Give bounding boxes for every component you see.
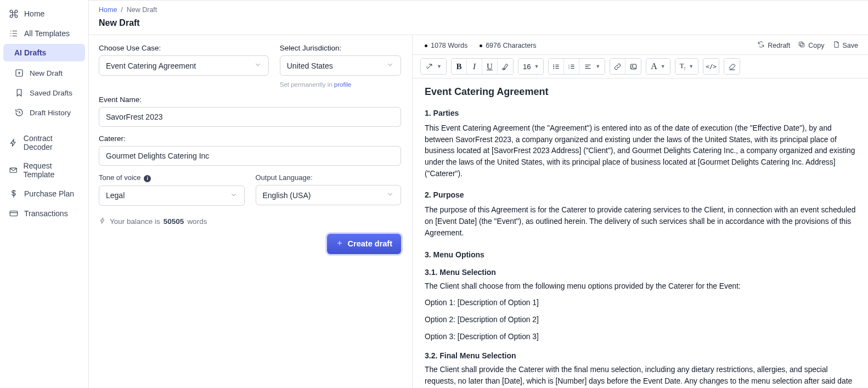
jurisdiction-value: United States bbox=[287, 61, 333, 70]
font-size-select[interactable]: 16▼ bbox=[518, 59, 543, 74]
eraser-button[interactable] bbox=[724, 59, 740, 74]
svg-rect-2 bbox=[10, 211, 18, 216]
sidebar-label: Draft History bbox=[30, 109, 71, 117]
card-icon bbox=[9, 209, 19, 218]
chevron-down-icon bbox=[386, 61, 394, 70]
jurisdiction-hint: Set permanently in profile bbox=[280, 81, 401, 88]
profile-link[interactable]: profile bbox=[334, 81, 351, 88]
sidebar-label: AI Drafts bbox=[14, 48, 46, 57]
copy-button[interactable]: Copy bbox=[798, 41, 824, 50]
code-button[interactable]: </> bbox=[703, 59, 719, 74]
sidebar: Home All Templates AI Drafts New Draft S… bbox=[0, 0, 89, 388]
breadcrumb: Home / New Draft bbox=[89, 1, 868, 17]
caterer-input[interactable]: Gourmet Delights Catering Inc bbox=[99, 146, 401, 166]
sidebar-label: New Draft bbox=[30, 69, 63, 77]
doc-heading: 2. Purpose bbox=[425, 190, 856, 199]
plus-square-icon bbox=[14, 68, 24, 78]
event-name-input[interactable]: SavorFrest 2023 bbox=[99, 107, 401, 127]
link-button[interactable] bbox=[610, 59, 625, 74]
doc-paragraph: This Event Catering Agreement (the "Agre… bbox=[425, 123, 856, 179]
sidebar-item-new-draft[interactable]: New Draft bbox=[9, 64, 85, 82]
svg-point-5 bbox=[554, 64, 555, 65]
tone-label: Tone of voice i bbox=[99, 173, 245, 182]
sidebar-item-purchase-plan[interactable]: Purchase Plan bbox=[3, 184, 85, 203]
sidebar-item-saved-drafts[interactable]: Saved Drafts bbox=[9, 83, 85, 102]
history-icon bbox=[14, 108, 24, 117]
doc-title: Event Catering Agreement bbox=[425, 86, 856, 98]
svg-point-6 bbox=[554, 66, 555, 67]
save-icon bbox=[832, 41, 840, 50]
sidebar-item-draft-history[interactable]: Draft History bbox=[9, 103, 85, 122]
doc-paragraph: The purpose of this Agreement is for the… bbox=[425, 205, 856, 239]
sidebar-subgroup: New Draft Saved Drafts Draft History bbox=[3, 64, 85, 122]
sidebar-item-home[interactable]: Home bbox=[3, 4, 85, 23]
jurisdiction-label: Select Jurisdiction: bbox=[280, 44, 401, 52]
numbered-list-button[interactable]: 123 bbox=[564, 59, 579, 74]
event-name-label: Event Name: bbox=[99, 95, 401, 104]
lang-label: Output Language: bbox=[256, 173, 402, 182]
command-icon bbox=[9, 9, 19, 19]
sidebar-group-ai-drafts[interactable]: AI Drafts bbox=[3, 44, 85, 61]
svg-point-12 bbox=[632, 65, 633, 66]
underline-button[interactable]: U bbox=[482, 59, 498, 74]
sidebar-label: Home bbox=[24, 9, 44, 18]
create-draft-button[interactable]: Create draft bbox=[327, 234, 401, 254]
italic-button[interactable]: I bbox=[467, 59, 482, 74]
breadcrumb-home-link[interactable]: Home bbox=[99, 6, 117, 14]
svg-rect-4 bbox=[799, 42, 803, 46]
doc-paragraph: Option 1: [Description of Option 1] bbox=[425, 297, 856, 309]
jurisdiction-select[interactable]: United States bbox=[280, 55, 401, 76]
redraft-button[interactable]: Redraft bbox=[757, 41, 790, 50]
doc-heading: 1. Parties bbox=[425, 109, 856, 117]
doc-paragraph: Option 2: [Description of Option 2] bbox=[425, 314, 856, 326]
dollar-icon bbox=[9, 189, 19, 199]
sidebar-label: Purchase Plan bbox=[24, 189, 74, 198]
svg-point-7 bbox=[554, 68, 555, 69]
copy-icon bbox=[798, 41, 805, 50]
word-count: 1078 Words bbox=[425, 42, 467, 49]
text-color-button[interactable]: A▼ bbox=[646, 59, 669, 74]
align-button[interactable]: ▼ bbox=[579, 59, 605, 74]
use-case-value: Event Catering Agreement bbox=[106, 61, 196, 70]
form-pane: Choose Use Case: Event Catering Agreemen… bbox=[89, 35, 413, 388]
preview-pane: 1078 Words 6976 Characters Redraft Copy bbox=[413, 35, 868, 388]
sidebar-label: All Templates bbox=[24, 29, 70, 38]
plus-icon bbox=[336, 239, 343, 249]
bold-button[interactable]: B bbox=[452, 59, 467, 74]
doc-paragraph: The Client shall provide the Caterer wit… bbox=[425, 364, 856, 388]
sidebar-label: Transactions bbox=[24, 209, 68, 218]
main: Home / New Draft New Draft Choose Use Ca… bbox=[89, 0, 868, 388]
tone-value: Legal bbox=[106, 191, 125, 200]
lang-select[interactable]: English (USA) bbox=[256, 185, 402, 205]
magic-button[interactable]: ▼ bbox=[421, 59, 446, 74]
svg-rect-1 bbox=[10, 168, 16, 172]
image-button[interactable] bbox=[625, 59, 641, 74]
use-case-select[interactable]: Event Catering Agreement bbox=[99, 55, 269, 76]
text-format-button[interactable]: T!▼ bbox=[675, 59, 698, 74]
sidebar-label: Contract Decoder bbox=[24, 134, 80, 151]
bullet-list-button[interactable] bbox=[549, 59, 564, 74]
sidebar-item-all-templates[interactable]: All Templates bbox=[3, 24, 85, 43]
sidebar-label: Saved Drafts bbox=[30, 89, 72, 97]
doc-subheading: 3.2. Final Menu Selection bbox=[425, 351, 856, 360]
highlight-button[interactable] bbox=[498, 59, 513, 74]
caterer-value: Gourmet Delights Catering Inc bbox=[106, 151, 209, 160]
chevron-down-icon bbox=[386, 190, 394, 200]
info-icon: i bbox=[144, 175, 151, 182]
list-icon bbox=[9, 29, 19, 38]
sidebar-item-transactions[interactable]: Transactions bbox=[3, 204, 85, 223]
balance-text: Your balance is 50505 words bbox=[99, 217, 401, 226]
sidebar-item-contract-decoder[interactable]: Contract Decoder bbox=[3, 130, 85, 156]
editor-toolbar: ▼ B I U 16▼ 123 ▼ bbox=[413, 55, 868, 78]
svg-text:3: 3 bbox=[568, 67, 570, 69]
document-body[interactable]: Event Catering Agreement 1. Parties This… bbox=[413, 78, 868, 388]
sidebar-item-request-template[interactable]: Request Template bbox=[3, 157, 85, 183]
doc-paragraph: Option 3: [Description of Option 3] bbox=[425, 331, 856, 343]
chevron-down-icon bbox=[230, 191, 238, 200]
event-name-value: SavorFrest 2023 bbox=[106, 113, 163, 121]
tone-select[interactable]: Legal bbox=[99, 185, 245, 206]
save-button[interactable]: Save bbox=[832, 41, 859, 50]
bookmark-icon bbox=[14, 88, 24, 98]
char-count: 6976 Characters bbox=[480, 42, 536, 49]
bolt-icon bbox=[99, 217, 106, 226]
